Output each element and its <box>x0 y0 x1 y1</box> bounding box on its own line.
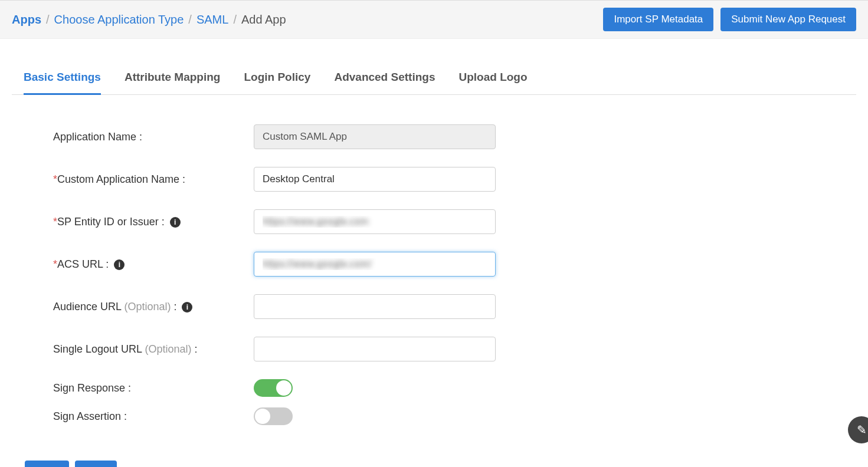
breadcrumb-apps[interactable]: Apps <box>12 13 41 27</box>
label-audience-url: Audience URL (Optional) : i <box>53 301 254 313</box>
row-custom-app-name: *Custom Application Name : <box>53 167 502 192</box>
breadcrumb-saml[interactable]: SAML <box>196 13 228 27</box>
tab-upload-logo[interactable]: Upload Logo <box>458 63 527 95</box>
row-acs-url: *ACS URL : i <box>53 252 502 277</box>
label-application-name: Application Name : <box>53 131 254 143</box>
application-name-field: Custom SAML App <box>254 124 496 149</box>
sp-entity-input[interactable] <box>254 209 496 234</box>
breadcrumb-current: Add App <box>241 13 286 27</box>
help-icon: ✎ <box>857 423 867 437</box>
header-actions: Import SP Metadata Submit New App Reques… <box>603 8 856 31</box>
custom-app-name-input[interactable] <box>254 167 496 192</box>
label-custom-app-name: *Custom Application Name : <box>53 173 254 186</box>
breadcrumb: Apps / Choose Application Type / SAML / … <box>12 13 286 27</box>
audience-url-input[interactable] <box>254 294 496 319</box>
breadcrumb-sep: / <box>233 13 237 27</box>
save-button[interactable]: Save <box>25 461 69 467</box>
row-sp-entity: *SP Entity ID or Issuer : i <box>53 209 502 234</box>
sign-assertion-toggle[interactable] <box>254 407 293 425</box>
breadcrumb-choose-type[interactable]: Choose Application Type <box>54 13 184 27</box>
slo-url-input[interactable] <box>254 337 496 361</box>
row-slo-url: Single Logout URL (Optional) : <box>53 337 502 361</box>
tab-login-policy[interactable]: Login Policy <box>244 63 310 95</box>
import-sp-metadata-button[interactable]: Import SP Metadata <box>603 8 713 31</box>
footer-actions: Save Next <box>12 455 856 467</box>
info-icon[interactable]: i <box>114 259 125 270</box>
label-sign-response: Sign Response : <box>53 382 254 394</box>
label-acs-url: *ACS URL : i <box>53 258 254 271</box>
tab-advanced-settings[interactable]: Advanced Settings <box>334 63 435 95</box>
label-slo-url: Single Logout URL (Optional) : <box>53 343 254 356</box>
content: Basic Settings Attribute Mapping Login P… <box>0 63 868 467</box>
breadcrumb-sep: / <box>46 13 50 27</box>
breadcrumb-sep: / <box>188 13 192 27</box>
form-area: Application Name : Custom SAML App *Cust… <box>12 95 543 455</box>
header-bar: Apps / Choose Application Type / SAML / … <box>0 0 868 39</box>
label-sign-assertion: Sign Assertion : <box>53 410 254 423</box>
row-sign-assertion: Sign Assertion : <box>53 407 502 425</box>
tab-basic-settings[interactable]: Basic Settings <box>24 63 101 95</box>
row-sign-response: Sign Response : <box>53 379 502 397</box>
row-application-name: Application Name : Custom SAML App <box>53 124 502 149</box>
sign-response-toggle[interactable] <box>254 379 293 397</box>
submit-new-app-request-button[interactable]: Submit New App Request <box>720 8 856 31</box>
tabs: Basic Settings Attribute Mapping Login P… <box>12 63 856 95</box>
acs-url-input[interactable] <box>254 252 496 277</box>
row-audience-url: Audience URL (Optional) : i <box>53 294 502 319</box>
info-icon[interactable]: i <box>170 217 181 228</box>
tab-attribute-mapping[interactable]: Attribute Mapping <box>125 63 221 95</box>
label-sp-entity: *SP Entity ID or Issuer : i <box>53 216 254 228</box>
info-icon[interactable]: i <box>182 302 192 313</box>
next-button[interactable]: Next <box>75 461 117 467</box>
